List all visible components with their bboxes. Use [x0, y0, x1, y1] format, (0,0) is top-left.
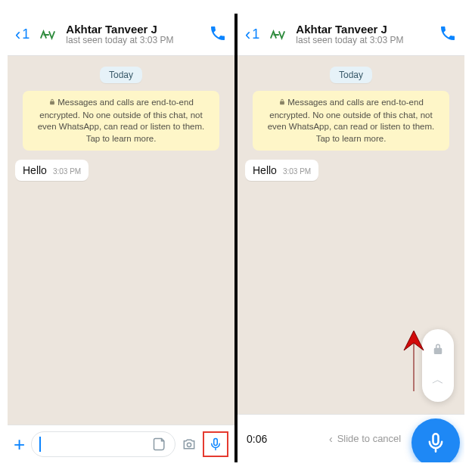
contact-info[interactable]: Akhtar Tanveer J last seen today at 3:03…: [66, 23, 203, 46]
unread-count: 1: [22, 26, 30, 42]
sticker-button[interactable]: [152, 437, 167, 452]
microphone-icon: [425, 432, 446, 453]
message-text: Hello: [23, 164, 47, 176]
encryption-notice[interactable]: Messages and calls are end-to-end encryp…: [253, 91, 449, 151]
svg-point-0: [187, 443, 191, 446]
phone-icon: [209, 24, 227, 42]
whatsapp-chat-left: ‹ 1 Akhtar Tanveer J last seen today at …: [8, 14, 234, 462]
whatsapp-chat-right: ‹ 1 Akhtar Tanveer J last seen today at …: [238, 14, 464, 462]
encryption-text: Messages and calls are end-to-end encryp…: [268, 98, 435, 143]
avatar-logo-icon: [269, 30, 286, 40]
slide-hint-text: Slide to cancel: [337, 433, 402, 444]
contact-name: Akhtar Tanveer J: [296, 23, 433, 36]
recording-button[interactable]: [411, 418, 460, 462]
recording-timer: 0:06: [247, 433, 267, 445]
swipe-up-lock-hint: ︿: [422, 329, 454, 402]
chevron-left-icon: ‹: [245, 26, 250, 43]
chevron-up-icon: ︿: [432, 372, 444, 388]
chat-header: ‹ 1 Akhtar Tanveer J last seen today at …: [238, 14, 464, 56]
voice-call-button[interactable]: [209, 24, 227, 45]
input-bar: +: [8, 425, 234, 462]
message-area[interactable]: Today Messages and calls are end-to-end …: [8, 56, 234, 425]
message-time: 3:03 PM: [283, 167, 311, 176]
last-seen: last seen today at 3:03 PM: [296, 36, 433, 46]
lock-icon: [431, 343, 445, 359]
contact-avatar[interactable]: [266, 23, 290, 47]
attach-button[interactable]: +: [14, 434, 25, 454]
voice-record-button[interactable]: [203, 431, 228, 457]
back-button[interactable]: ‹ 1: [245, 26, 259, 43]
contact-name: Akhtar Tanveer J: [66, 23, 203, 36]
unread-count: 1: [252, 26, 259, 42]
camera-button[interactable]: [182, 437, 197, 452]
message-bubble[interactable]: Hello 3:03 PM: [15, 160, 88, 181]
chevron-left-icon: ‹: [15, 26, 20, 43]
text-caret: [39, 437, 41, 452]
message-text: Hello: [253, 164, 277, 176]
date-separator: Today: [330, 67, 372, 83]
chevron-left-icon: ‹: [329, 433, 333, 445]
message-time: 3:03 PM: [53, 167, 81, 176]
lock-icon: [48, 98, 56, 110]
recording-bar: 0:06 ‹ Slide to cancel: [238, 414, 464, 462]
lock-icon: [278, 98, 286, 110]
date-separator: Today: [100, 67, 142, 83]
contact-avatar[interactable]: [36, 23, 60, 47]
voice-call-button[interactable]: [439, 24, 457, 45]
back-button[interactable]: ‹ 1: [15, 26, 30, 43]
phone-icon: [439, 24, 457, 42]
encryption-text: Messages and calls are end-to-end encryp…: [38, 98, 205, 143]
message-bubble[interactable]: Hello 3:03 PM: [245, 160, 318, 181]
message-input[interactable]: [31, 431, 175, 457]
chat-header: ‹ 1 Akhtar Tanveer J last seen today at …: [8, 14, 234, 56]
sticker-icon: [152, 437, 167, 452]
contact-info[interactable]: Akhtar Tanveer J last seen today at 3:03…: [296, 23, 433, 46]
last-seen: last seen today at 3:03 PM: [66, 36, 203, 46]
encryption-notice[interactable]: Messages and calls are end-to-end encryp…: [23, 91, 219, 151]
avatar-logo-icon: [39, 30, 56, 40]
camera-icon: [182, 437, 197, 452]
microphone-icon: [209, 436, 222, 453]
